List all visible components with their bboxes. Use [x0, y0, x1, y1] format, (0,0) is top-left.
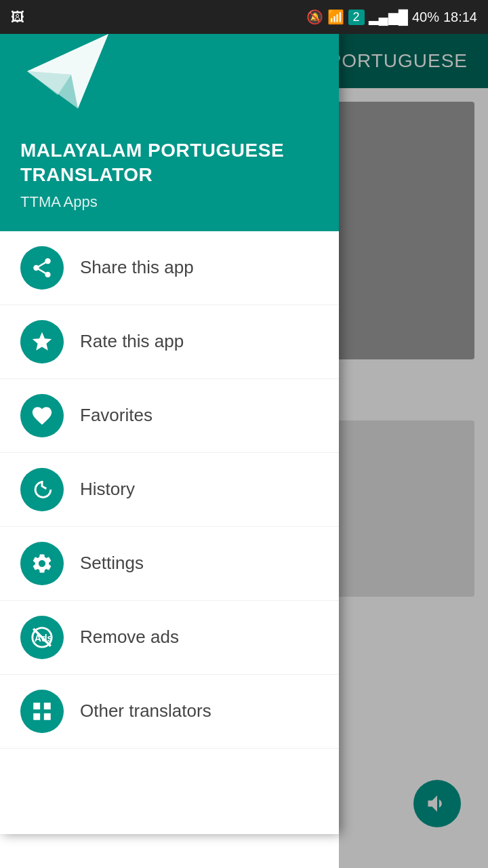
menu-item-remove-ads[interactable]: Ads Remove ads — [0, 601, 339, 675]
drawer-scrim[interactable] — [339, 34, 488, 868]
svg-rect-10 — [44, 713, 51, 720]
drawer-dev-name: TTMA Apps — [20, 193, 319, 211]
history-icon-circle — [20, 468, 64, 511]
grid-icon — [30, 700, 54, 723]
menu-item-other-translators[interactable]: Other translators — [0, 675, 339, 749]
svg-rect-7 — [33, 703, 40, 709]
rate-icon-circle — [20, 320, 64, 363]
history-label: History — [80, 479, 135, 500]
favorites-label: Favorites — [80, 405, 152, 426]
menu-item-history[interactable]: History — [0, 453, 339, 527]
settings-label: Settings — [80, 553, 144, 574]
favorites-icon-circle — [20, 394, 64, 437]
drawer-header: MALAYALAM PORTUGUESE TRANSLATOR TTMA App… — [0, 0, 339, 231]
status-signal: ▂▄▆█ — [369, 9, 408, 25]
status-wifi: 📶 — [327, 9, 344, 25]
gear-icon — [30, 552, 54, 575]
drawer-menu: Share this app Rate this app Favorites — [0, 231, 339, 834]
share-icon-circle — [20, 246, 64, 290]
navigation-drawer: MALAYALAM PORTUGUESE TRANSLATOR TTMA App… — [0, 0, 339, 834]
drawer-app-name: MALAYALAM PORTUGUESE TRANSLATOR — [20, 138, 319, 188]
menu-item-share[interactable]: Share this app — [0, 231, 339, 305]
share-label: Share this app — [80, 257, 194, 278]
status-battery: 40% — [412, 9, 439, 25]
menu-item-rate[interactable]: Rate this app — [0, 305, 339, 379]
heart-icon — [30, 404, 54, 427]
svg-rect-9 — [33, 713, 40, 720]
remove-ads-icon-circle: Ads — [20, 616, 64, 659]
status-bluetooth: 🔕 — [306, 9, 323, 25]
clock-icon — [30, 478, 54, 501]
rate-label: Rate this app — [80, 331, 184, 352]
other-translators-icon-circle — [20, 690, 64, 733]
share-icon — [30, 256, 54, 279]
star-icon — [30, 330, 54, 353]
status-badge: 2 — [348, 9, 365, 25]
menu-item-settings[interactable]: Settings — [0, 527, 339, 601]
svg-rect-8 — [44, 703, 51, 709]
status-time: 18:14 — [443, 9, 477, 25]
other-translators-label: Other translators — [80, 701, 211, 722]
no-ads-icon: Ads — [30, 626, 54, 649]
status-bar: 🖼 🔕 📶 2 ▂▄▆█ 40% 18:14 — [0, 0, 488, 34]
settings-icon-circle — [20, 542, 64, 585]
remove-ads-label: Remove ads — [80, 627, 179, 648]
menu-item-favorites[interactable]: Favorites — [0, 379, 339, 453]
app-logo — [20, 27, 115, 122]
